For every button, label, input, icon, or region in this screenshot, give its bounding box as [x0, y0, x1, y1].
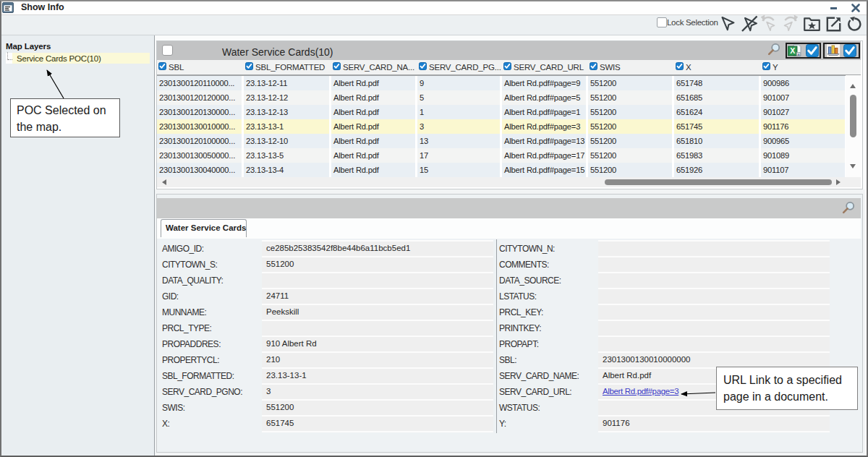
svg-text:X: X: [790, 46, 795, 55]
